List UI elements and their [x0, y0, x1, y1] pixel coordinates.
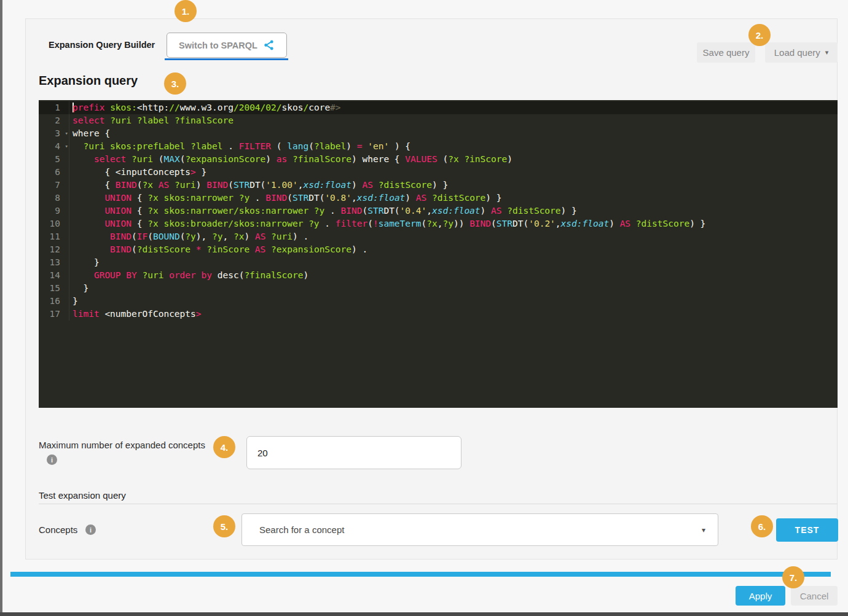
expansion-query-heading: Expansion query — [39, 74, 138, 88]
code-line-13[interactable]: 13 } — [39, 256, 838, 269]
code-text: UNION { ?x skos:broader/skos:narrower ?y… — [69, 217, 705, 230]
line-number: 5 — [39, 153, 69, 166]
code-text: select ?uri (MAX(?expansionScore) as ?fi… — [69, 153, 512, 166]
annotation-badge-1: 1. — [175, 0, 197, 22]
info-icon[interactable]: i — [85, 524, 96, 535]
annotation-badge-3: 3. — [164, 72, 186, 95]
concepts-label: Concepts — [39, 524, 77, 535]
save-query-button[interactable]: Save query — [697, 42, 755, 63]
line-number: 16 — [39, 295, 69, 308]
code-text: where { — [69, 127, 110, 140]
window-left-border — [0, 0, 2, 616]
chevron-down-icon[interactable]: ▾ — [702, 526, 718, 534]
code-line-15[interactable]: 15 } — [39, 282, 838, 295]
code-editor-lines: 1prefix skos:<http://www.w3.org/2004/02/… — [39, 101, 838, 321]
code-text: { <inputConcepts> } — [69, 166, 206, 179]
switch-to-sparql-button[interactable]: Switch to SPARQL — [167, 33, 287, 58]
max-concepts-label: Maximum number of expanded concepts — [39, 440, 205, 450]
annotation-badge-7: 7. — [782, 566, 804, 588]
share-icon — [263, 39, 275, 51]
sparql-code-editor[interactable]: 1prefix skos:<http://www.w3.org/2004/02/… — [39, 100, 838, 408]
line-number: 10 — [39, 217, 69, 230]
save-query-label: Save query — [703, 47, 750, 58]
code-text: } — [69, 295, 78, 308]
line-number: 13 — [39, 256, 69, 269]
cancel-button[interactable]: Cancel — [791, 586, 838, 606]
line-number: 9 — [39, 205, 69, 217]
code-text: ?uri skos:prefLabel ?label . FILTER ( la… — [69, 140, 410, 153]
switch-to-sparql-label: Switch to SPARQL — [179, 41, 257, 50]
code-line-6[interactable]: 6 { <inputConcepts> } — [39, 166, 838, 179]
builder-card: Expansion Query Builder Switch to SPARQL… — [25, 18, 838, 559]
concept-search-input[interactable] — [242, 524, 702, 535]
code-text: { BIND(?x AS ?uri) BIND(STRDT('1.00',xsd… — [69, 179, 448, 192]
annotation-badge-2: 2. — [748, 24, 771, 46]
line-number: 11 — [39, 230, 69, 243]
code-line-8[interactable]: 8 UNION { ?x skos:narrower ?y . BIND(STR… — [39, 192, 838, 205]
expansion-query-builder-window: Expansion Query Builder Switch to SPARQL… — [0, 0, 848, 616]
code-line-3[interactable]: 3▾where { — [39, 127, 838, 140]
code-line-1[interactable]: 1prefix skos:<http://www.w3.org/2004/02/… — [39, 101, 838, 114]
code-line-12[interactable]: 12 BIND(?distScore * ?inScore AS ?expans… — [39, 243, 838, 256]
builder-title: Expansion Query Builder — [49, 40, 155, 50]
code-text: GROUP BY ?uri order by desc(?finalScore) — [69, 269, 308, 282]
info-icon[interactable]: i — [47, 454, 57, 465]
code-line-2[interactable]: 2select ?uri ?label ?finalScore — [39, 114, 838, 127]
line-number: 2 — [39, 114, 69, 127]
apply-button[interactable]: Apply — [736, 586, 785, 606]
code-line-7[interactable]: 7 { BIND(?x AS ?uri) BIND(STRDT('1.00',x… — [39, 179, 838, 192]
code-line-9[interactable]: 9 UNION { ?x skos:narrower/skos:narrower… — [39, 205, 838, 217]
line-number: 12 — [39, 243, 69, 256]
max-concepts-input[interactable] — [246, 436, 461, 469]
line-number: 17 — [39, 308, 69, 321]
annotation-badge-5: 5. — [213, 515, 235, 537]
test-button[interactable]: TEST — [776, 518, 838, 542]
annotation-badge-6: 6. — [751, 515, 773, 537]
line-number: 8 — [39, 192, 69, 205]
code-text: UNION { ?x skos:narrower/skos:narrower ?… — [69, 205, 577, 217]
fold-arrow-icon[interactable]: ▾ — [65, 140, 68, 153]
line-number: 14 — [39, 269, 69, 282]
concept-search-select[interactable]: ▾ — [241, 513, 718, 546]
line-number: 6 — [39, 166, 69, 179]
code-line-11[interactable]: 11 BIND(IF(BOUND(?y), ?y, ?x) AS ?uri) . — [39, 230, 838, 243]
load-query-button[interactable]: Load query ▾ — [765, 42, 838, 63]
code-line-10[interactable]: 10 UNION { ?x skos:broader/skos:narrower… — [39, 217, 838, 230]
section-divider — [39, 504, 838, 504]
line-number: 4▾ — [39, 140, 69, 153]
code-text: prefix skos:<http://www.w3.org/2004/02/s… — [69, 101, 341, 114]
code-text: select ?uri ?label ?finalScore — [69, 114, 234, 127]
code-text: BIND(IF(BOUND(?y), ?y, ?x) AS ?uri) . — [69, 230, 308, 243]
code-line-5[interactable]: 5 select ?uri (MAX(?expansionScore) as ?… — [39, 153, 838, 166]
annotation-badge-4: 4. — [213, 436, 235, 458]
code-line-17[interactable]: 17limit <numberOfConcepts> — [39, 308, 838, 321]
load-query-label: Load query — [774, 47, 820, 58]
code-line-14[interactable]: 14 GROUP BY ?uri order by desc(?finalSco… — [39, 269, 838, 282]
code-text: } — [69, 256, 100, 269]
code-line-16[interactable]: 16} — [39, 295, 838, 308]
line-number: 1 — [39, 101, 69, 114]
footer-accent-bar — [10, 572, 831, 577]
line-number: 7 — [39, 179, 69, 192]
active-tab-underline — [165, 58, 288, 60]
code-line-4[interactable]: 4▾ ?uri skos:prefLabel ?label . FILTER (… — [39, 140, 838, 153]
code-text: } — [69, 282, 88, 295]
line-number: 15 — [39, 282, 69, 295]
code-text: limit <numberOfConcepts> — [69, 308, 202, 321]
fold-arrow-icon[interactable]: ▾ — [65, 127, 68, 140]
code-text: BIND(?distScore * ?inScore AS ?expansion… — [69, 243, 367, 256]
line-number: 3▾ — [39, 127, 69, 140]
chevron-down-icon: ▾ — [825, 49, 829, 56]
code-text: UNION { ?x skos:narrower ?y . BIND(STRDT… — [69, 192, 502, 205]
window-bottom-border — [0, 612, 848, 616]
test-section-heading: Test expansion query — [39, 490, 126, 501]
